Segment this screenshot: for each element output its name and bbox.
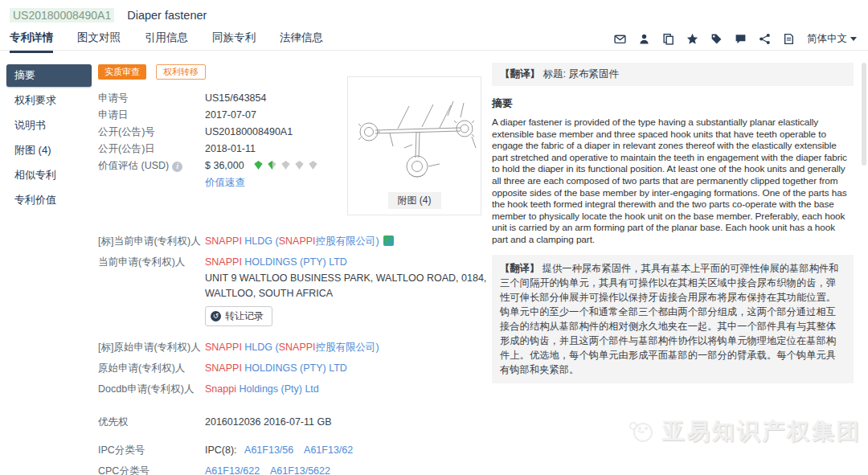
gem-icon bbox=[267, 160, 277, 170]
status-badge-exam: 实质审查 bbox=[98, 64, 146, 80]
original-applicant-std-link[interactable]: SNAPPI HLDG (SNAPPI控股有限公司) bbox=[205, 342, 379, 353]
row-current-applicant: 当前申请(专利权)人 SNAPPI HOLDINGS (PTY) LTD UNI… bbox=[98, 255, 492, 334]
feedback-icon[interactable] bbox=[735, 33, 747, 45]
gem-icon bbox=[308, 160, 318, 170]
sidebar: 摘要 权利要求 说明书 附图 (4) 相似专利 专利价值 bbox=[6, 64, 92, 214]
value-amount: $ 36,000 bbox=[205, 160, 244, 171]
priority-value: 2016012036 2016-07-11 GB bbox=[205, 415, 332, 430]
applicant-address: UNIT 9 WALTLOO BUSINESS PARK, WALTLOO RO… bbox=[205, 271, 490, 301]
patent-detail-page: US20180008490A1 Diaper fastener 专利详情 图文对… bbox=[0, 0, 868, 475]
row-original-applicant: 原始申请(专利权)人 SNAPPI HOLDINGS (PTY) LTD bbox=[98, 361, 492, 376]
gem-icon bbox=[280, 160, 291, 170]
sidebar-item-abstract[interactable]: 摘要 bbox=[6, 64, 92, 87]
current-applicant-link[interactable]: SNAPPI HOLDINGS (PTY) LTD bbox=[205, 256, 347, 268]
page-title: Diaper fastener bbox=[127, 9, 207, 22]
sidebar-item-drawings[interactable]: 附图 (4) bbox=[6, 139, 92, 162]
language-selector[interactable]: 简体中文 bbox=[807, 32, 857, 46]
abstract-translation-block: 【翻译】 提供一种尿布紧固件，其具有基本上平面的可弹性伸展的基部构件和三个间隔开… bbox=[492, 255, 854, 383]
ipc-code-link[interactable]: A61F13/56 bbox=[244, 444, 293, 456]
cpc-code-link[interactable]: A61F13/622 bbox=[205, 465, 260, 475]
patent-number: US20180008490A1 bbox=[10, 8, 114, 23]
scrollbar bbox=[862, 63, 866, 469]
share-icon[interactable] bbox=[759, 33, 771, 45]
email-export-icon[interactable] bbox=[614, 33, 626, 45]
gem-icon bbox=[294, 160, 305, 170]
patent-drawing bbox=[351, 84, 478, 188]
docdb-applicant-link[interactable]: Snappi Holdings (Pty) Ltd bbox=[205, 383, 319, 395]
report-icon[interactable] bbox=[638, 33, 650, 45]
row-std-current-applicant: [标]当前申请(专利权)人 SNAPPI HLDG (SNAPPI控股有限公司) bbox=[98, 234, 492, 249]
info-icon[interactable]: i bbox=[172, 162, 182, 172]
row-std-original-applicant: [标]原始申请(专利权)人 SNAPPI HLDG (SNAPPI控股有限公司) bbox=[98, 340, 492, 355]
figure-thumbnail[interactable]: 附图 (4) bbox=[347, 76, 481, 215]
sidebar-item-patent-value[interactable]: 专利价值 bbox=[6, 189, 92, 211]
abstract-panel: 【翻译】 标题: 尿布紧固件 摘要 A diaper fastener is p… bbox=[492, 63, 854, 383]
watermark-logo-icon bbox=[625, 418, 657, 445]
row-priority: 优先权 2016012036 2016-07-11 GB bbox=[98, 415, 492, 430]
row-cpc: CPC分类号 A61F13/622 A61F13/5622 bbox=[98, 464, 492, 475]
clock-icon: ↺ bbox=[211, 311, 221, 321]
company-logo-icon[interactable] bbox=[383, 235, 394, 246]
watermark-text: 亚易知识产权集团 bbox=[662, 416, 862, 447]
original-applicant-link[interactable]: SNAPPI HOLDINGS (PTY) LTD bbox=[205, 362, 347, 374]
value-quick-check-link[interactable]: 价值速查 bbox=[205, 174, 245, 191]
tag-icon[interactable] bbox=[710, 33, 723, 45]
row-docdb-applicant: Docdb申请(专利权)人 Snappi Holdings (Pty) Ltd bbox=[98, 382, 492, 397]
figure-caption: 附图 (4) bbox=[388, 192, 441, 209]
title-translation-bar: 【翻译】 标题: 尿布紧固件 bbox=[492, 63, 854, 86]
abstract-heading: 摘要 bbox=[492, 96, 854, 111]
row-ipc: IPC分类号 IPC(8): A61F13/56 A61F13/62 bbox=[98, 443, 492, 458]
sidebar-item-similar-patents[interactable]: 相似专利 bbox=[6, 164, 92, 186]
language-label: 简体中文 bbox=[807, 32, 847, 46]
status-badge-transfer: 权利转移 bbox=[156, 64, 206, 80]
value-rating-gems bbox=[253, 160, 318, 170]
gem-icon bbox=[253, 160, 264, 170]
parties-section: [标]当前申请(专利权)人 SNAPPI HLDG (SNAPPI控股有限公司)… bbox=[98, 234, 492, 475]
watermark: 亚易知识产权集团 bbox=[625, 416, 862, 447]
current-applicant-std-link[interactable]: SNAPPI HLDG (SNAPPI控股有限公司) bbox=[205, 235, 379, 247]
scrollbar-thumb[interactable] bbox=[862, 63, 866, 166]
header: US20180008490A1 Diaper fastener bbox=[10, 8, 207, 23]
transfer-record-button[interactable]: ↺ 转让记录 bbox=[205, 306, 272, 326]
chevron-down-icon bbox=[850, 37, 857, 41]
translate-icon[interactable] bbox=[783, 33, 795, 45]
favorite-star-icon[interactable] bbox=[686, 33, 698, 45]
abstract-text: A diaper fastener is provided of the typ… bbox=[492, 117, 854, 246]
copy-icon[interactable] bbox=[662, 33, 674, 45]
cpc-code-link[interactable]: A61F13/5622 bbox=[270, 465, 330, 475]
ipc-code-link[interactable]: A61F13/62 bbox=[304, 444, 353, 456]
sidebar-item-claims[interactable]: 权利要求 bbox=[6, 89, 92, 112]
toolbar: 简体中文 bbox=[614, 32, 857, 46]
divider bbox=[0, 50, 868, 51]
sidebar-item-description[interactable]: 说明书 bbox=[6, 114, 92, 137]
